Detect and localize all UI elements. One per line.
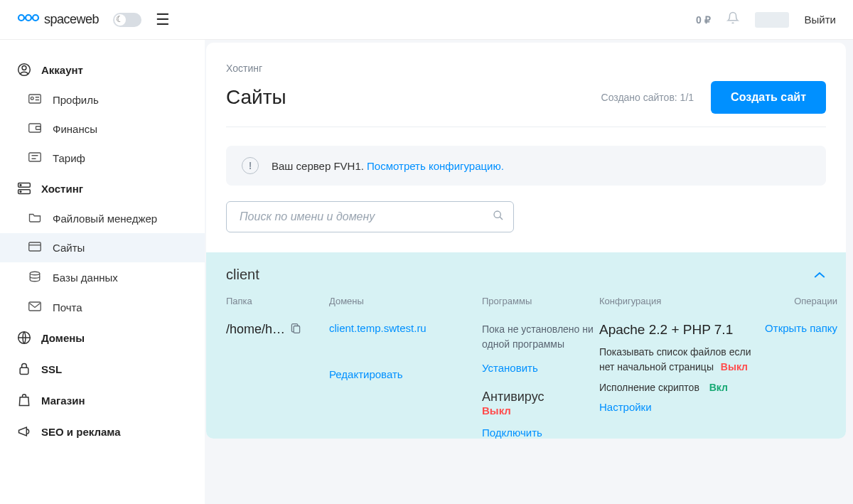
operations-cell: Открыть папку — [759, 322, 837, 439]
svg-point-15 — [30, 272, 40, 275]
svg-rect-9 — [29, 153, 41, 161]
sidebar-group-ssl[interactable]: SSL — [0, 353, 205, 385]
config-line2-status: Вкл — [709, 382, 728, 393]
svg-point-12 — [20, 185, 21, 186]
search-input[interactable] — [226, 201, 514, 232]
view-config-link[interactable]: Посмотреть конфигурацию. — [367, 160, 504, 172]
sidebar-item-profile[interactable]: Профиль — [0, 85, 205, 114]
notice-prefix: Ваш сервер — [272, 160, 333, 172]
user-block[interactable] — [755, 12, 789, 28]
logout-link[interactable]: Выйти — [805, 14, 836, 26]
svg-rect-8 — [36, 127, 41, 130]
folder-cell: /home/h… — [226, 322, 329, 439]
sidebar-item-tariff[interactable]: Тариф — [0, 144, 205, 173]
config-line2: Исполнение скриптов Вкл — [599, 380, 759, 395]
notice-server: FVH1. — [333, 160, 364, 172]
site-header: client — [226, 267, 826, 283]
header-right: 0 ₽ Выйти — [696, 11, 836, 28]
config-line2-text: Исполнение скриптов — [599, 382, 699, 393]
lock-icon — [17, 362, 31, 376]
logo-icon — [17, 11, 40, 28]
sidebar-group-label: Магазин — [41, 395, 85, 407]
svg-point-1 — [26, 15, 31, 21]
column-headers: Папка Домены Программы Конфигурация Опер… — [226, 296, 826, 322]
col-configuration: Конфигурация — [599, 296, 759, 306]
sidebar-item-label: Финансы — [53, 123, 97, 135]
page-title: Сайты — [226, 86, 286, 109]
sidebar-item-filemanager[interactable]: Файловый менеджер — [0, 204, 205, 233]
notice-text: Ваш сервер FVH1. Посмотреть конфигурацию… — [272, 160, 504, 172]
sidebar-item-label: Профиль — [53, 94, 99, 106]
svg-rect-14 — [29, 242, 41, 251]
sidebar-group-seo[interactable]: SEO и реклама — [0, 416, 205, 447]
svg-point-6 — [31, 97, 33, 100]
title-row: Сайты Создано сайтов: 1/1 Создать сайт — [226, 81, 826, 114]
edit-domain-link[interactable]: Редактировать — [329, 368, 403, 380]
sidebar-item-finance[interactable]: Финансы — [0, 114, 205, 144]
domains-cell: client.temp.swtest.ru Редактировать — [329, 322, 482, 439]
app-header: spaceweb ☾ ☰ 0 ₽ Выйти — [0, 0, 853, 40]
sidebar-group-shop[interactable]: Магазин — [0, 385, 205, 416]
divider — [226, 127, 826, 127]
site-row: /home/h… client.temp.swtest.ru Редактиро… — [226, 322, 826, 439]
menu-icon[interactable]: ☰ — [156, 11, 170, 29]
sites-count: Создано сайтов: 1/1 — [601, 92, 694, 103]
antivirus-status: Выкл — [482, 404, 511, 417]
chevron-up-icon[interactable] — [813, 267, 826, 283]
open-folder-link[interactable]: Открыть папку — [765, 322, 837, 334]
svg-point-4 — [22, 66, 26, 70]
sidebar-group-label: Домены — [41, 332, 85, 344]
sidebar-item-label: Тариф — [53, 152, 85, 164]
sidebar-group-hosting[interactable]: Хостинг — [0, 173, 205, 204]
bell-icon[interactable] — [726, 11, 739, 28]
logo[interactable]: spaceweb — [17, 11, 99, 28]
header-left: spaceweb ☾ ☰ — [17, 11, 170, 29]
col-operations: Операции — [759, 296, 837, 306]
server-notice: ! Ваш сервер FVH1. Посмотреть конфигурац… — [226, 146, 826, 186]
balance[interactable]: 0 ₽ — [696, 14, 711, 26]
svg-rect-18 — [20, 368, 28, 374]
antivirus-title: Антивирус — [482, 390, 599, 404]
mail-icon — [28, 301, 43, 313]
theme-toggle[interactable]: ☾ — [113, 13, 141, 27]
programs-none: Пока не установлено ни одной программы — [482, 322, 599, 352]
svg-point-13 — [20, 191, 21, 193]
copy-icon[interactable] — [291, 323, 301, 336]
sidebar-item-mail[interactable]: Почта — [0, 293, 205, 322]
sidebar-item-label: Почта — [53, 301, 82, 313]
settings-link[interactable]: Настройки — [599, 401, 652, 413]
config-line1-status: Выкл — [721, 361, 748, 372]
sidebar-item-label: Сайты — [53, 242, 85, 254]
sidebar-group-account[interactable]: Аккаунт — [0, 54, 205, 85]
folder-path: /home/h… — [226, 322, 285, 337]
wallet-icon — [28, 123, 43, 135]
sidebar-group-label: Аккаунт — [41, 64, 83, 76]
breadcrumb: Хостинг — [226, 63, 826, 74]
search-icon — [493, 210, 504, 224]
svg-rect-20 — [294, 326, 299, 333]
create-site-button[interactable]: Создать сайт — [711, 81, 826, 114]
user-icon — [17, 63, 31, 77]
svg-rect-7 — [29, 124, 41, 132]
programs-cell: Пока не установлено ни одной программы У… — [482, 322, 599, 439]
info-icon: ! — [242, 157, 259, 174]
card-icon — [28, 94, 43, 106]
sidebar-item-label: Файловый менеджер — [53, 213, 157, 225]
connect-link[interactable]: Подключить — [482, 427, 542, 439]
svg-point-2 — [33, 15, 38, 21]
sidebar-group-domains[interactable]: Домены — [0, 322, 205, 353]
sites-icon — [28, 242, 43, 254]
sidebar-item-sites[interactable]: Сайты — [0, 233, 205, 262]
col-programs: Программы — [482, 296, 599, 306]
bag-icon — [17, 393, 31, 407]
domain-link[interactable]: client.temp.swtest.ru — [329, 322, 426, 334]
site-name: client — [226, 267, 259, 283]
tariff-icon — [28, 152, 43, 164]
sidebar-item-databases[interactable]: Базы данных — [0, 262, 205, 293]
logo-text: spaceweb — [44, 12, 99, 27]
content-card: Хостинг Сайты Создано сайтов: 1/1 Создат… — [206, 43, 846, 439]
install-link[interactable]: Установить — [482, 362, 538, 374]
sidebar: Аккаунт Профиль Финансы Тариф Хостинг Фа… — [0, 40, 205, 504]
col-folder: Папка — [226, 296, 329, 306]
folder-icon — [28, 213, 43, 225]
